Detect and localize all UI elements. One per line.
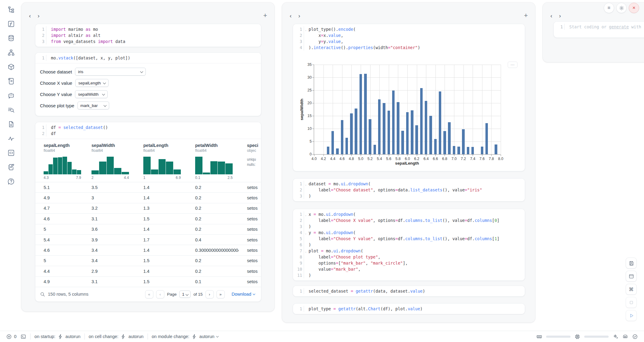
table-row: 4.63.41.40.30000000000000004setos bbox=[35, 245, 261, 255]
page-select[interactable]: 1 bbox=[179, 290, 191, 298]
column-scroll-left-button[interactable]: ‹ bbox=[549, 13, 553, 19]
cell-selected-dataset: 1selected_dataset = getattr(data, datase… bbox=[293, 286, 525, 297]
scratchpad-icon[interactable] bbox=[6, 162, 16, 172]
table-cell: 1.3 bbox=[135, 206, 187, 211]
x-tick-label: 4.8 bbox=[349, 157, 354, 161]
table-cell: 0.2 bbox=[187, 227, 239, 232]
logs-scroll-icon[interactable] bbox=[6, 76, 16, 86]
chart-bar bbox=[420, 88, 423, 154]
chart-bar bbox=[401, 131, 404, 154]
x-tick-label: 4.6 bbox=[339, 157, 345, 161]
save-icon[interactable] bbox=[626, 258, 637, 269]
chat-bot-icon[interactable] bbox=[6, 90, 16, 101]
terminal-icon[interactable] bbox=[20, 334, 26, 340]
dataset-dropdown[interactable]: iris bbox=[75, 68, 146, 76]
first-page-button[interactable]: « bbox=[145, 290, 153, 298]
search-icon[interactable] bbox=[40, 292, 45, 297]
chart-bar bbox=[331, 131, 334, 154]
y-tick-label: 30 bbox=[301, 75, 312, 80]
table-row: 5.13.51.40.2setos bbox=[35, 182, 261, 192]
control-row: Choose plot typemark_bar bbox=[40, 102, 261, 109]
y-tick-label: 20 bbox=[301, 101, 312, 105]
code-editor[interactable]: 1⌄plot_type().encode(2 x=x.value,3 y=y.v… bbox=[293, 24, 525, 53]
settings-gear-icon[interactable] bbox=[616, 3, 627, 13]
table-cell: 3.4 bbox=[83, 258, 135, 263]
vstack-output: Choose datasetirisChoose X valuesepalLen… bbox=[35, 63, 261, 116]
code-editor[interactable]: 1⌄dataset = mo.ui.dropdown(2 label="Choo… bbox=[293, 179, 525, 201]
generate-link[interactable]: generate bbox=[609, 24, 629, 29]
on-module-change-autorun[interactable]: on module change: autorun bbox=[152, 334, 219, 340]
chart-bar bbox=[448, 122, 451, 154]
interrupt-icon[interactable] bbox=[626, 297, 637, 308]
run-all-icon[interactable] bbox=[626, 310, 637, 321]
chart-bar bbox=[429, 116, 432, 154]
cell-empty-editor: 1 Start coding or generate with bbox=[553, 21, 644, 38]
file-tree-icon[interactable] bbox=[6, 4, 16, 15]
x-axis-title: sepalLength bbox=[314, 161, 500, 166]
snippets-code-icon[interactable] bbox=[6, 148, 16, 158]
code-editor[interactable]: 1import marimo as mo2import altair as al… bbox=[35, 24, 261, 47]
table-cell: 4.6 bbox=[35, 216, 83, 221]
table-row: 5.43.91.70.4setos bbox=[35, 234, 261, 245]
database-icon[interactable] bbox=[6, 33, 16, 43]
code-editor[interactable]: 1df = selected_dataset()2df bbox=[35, 122, 261, 139]
sidebar bbox=[0, 4, 22, 187]
code-editor[interactable]: 1⌄x = mo.ui.dropdown(2 label="Choose X v… bbox=[293, 209, 525, 280]
x-tick-label: 6.4 bbox=[424, 157, 429, 161]
y-tick-label: 35 bbox=[301, 62, 312, 67]
add-cell-button[interactable]: + bbox=[523, 12, 528, 19]
table-row: 53.41.50.2setos bbox=[35, 255, 261, 266]
table-cell: 3.1 bbox=[83, 216, 135, 221]
table-cell: 3.1 bbox=[83, 279, 135, 284]
column-scroll-right-button[interactable]: › bbox=[558, 13, 562, 19]
add-cell-button[interactable]: + bbox=[263, 12, 268, 19]
menu-icon[interactable]: ≡ bbox=[604, 3, 614, 13]
copilot-icon[interactable] bbox=[622, 334, 628, 340]
column-scroll-left-button[interactable]: ‹ bbox=[288, 13, 293, 19]
prev-page-button[interactable]: ‹ bbox=[156, 290, 164, 298]
x-tick-label: 4.4 bbox=[330, 157, 335, 161]
download-button[interactable]: Download bbox=[230, 291, 257, 297]
chart-bar bbox=[378, 99, 381, 154]
keyboard-shortcuts-icon[interactable]: ⌘ bbox=[626, 284, 637, 295]
table-cell: 1.5 bbox=[135, 216, 187, 221]
on-startup-autorun[interactable]: on startup: autorun bbox=[34, 334, 80, 340]
tracing-pulse-icon[interactable] bbox=[6, 133, 16, 144]
chart-bar bbox=[360, 74, 362, 154]
altair-bar-chart[interactable]: sepalWidth 4.04.24.44.64.85.05.25.45.65.… bbox=[293, 54, 525, 171]
documentation-icon[interactable] bbox=[6, 119, 16, 129]
ai-sparkle-icon[interactable] bbox=[613, 334, 618, 340]
chart-options-button[interactable]: ⋯ bbox=[508, 62, 517, 68]
errors-badge[interactable]: 0 bbox=[6, 334, 16, 340]
plot-type-dropdown[interactable]: mark_bar bbox=[77, 102, 109, 109]
line-number: 1 bbox=[554, 24, 565, 30]
on-cell-change-autorun[interactable]: on cell change: autorun bbox=[89, 334, 144, 340]
x-value-dropdown[interactable]: sepalLength bbox=[75, 79, 109, 87]
table-cell: 3.4 bbox=[83, 248, 135, 253]
y-value-dropdown[interactable]: sepalWidth bbox=[75, 90, 108, 98]
plot-type-dropdown-label: Choose plot type bbox=[40, 103, 74, 108]
control-row: Choose datasetiris bbox=[40, 68, 261, 76]
search-list-icon[interactable] bbox=[6, 105, 16, 115]
code-editor[interactable]: 1selected_dataset = getattr(data, datase… bbox=[293, 286, 525, 296]
code-editor[interactable]: 1mo.vstack([dataset, x, y, plot]) bbox=[35, 53, 261, 63]
package-icon[interactable] bbox=[6, 62, 16, 72]
help-icon[interactable] bbox=[6, 176, 16, 187]
y-tick-label: 25 bbox=[301, 88, 312, 92]
table-cell: setos bbox=[239, 237, 261, 242]
chart-plot-area[interactable]: 4.04.24.44.64.85.05.25.45.65.86.06.26.46… bbox=[314, 65, 501, 155]
function-square-icon[interactable] bbox=[6, 19, 16, 29]
dependency-graph-icon[interactable] bbox=[6, 47, 16, 58]
next-page-button[interactable]: › bbox=[206, 290, 214, 298]
chart-bar bbox=[411, 110, 413, 154]
column-scroll-left-button[interactable]: ‹ bbox=[28, 13, 32, 19]
code-editor[interactable]: 1 Start coding or generate with bbox=[554, 22, 644, 32]
code-editor[interactable]: 1plot_type = getattr(alt.Chart(df), plot… bbox=[293, 304, 525, 314]
table-body: 5.13.51.40.2setos4.931.40.2setos4.73.21.… bbox=[35, 182, 261, 287]
column-scroll-right-button[interactable]: › bbox=[36, 13, 41, 19]
column-scroll-right-button[interactable]: › bbox=[297, 13, 301, 19]
layout-icon[interactable] bbox=[626, 271, 637, 282]
last-page-button[interactable]: » bbox=[216, 290, 225, 298]
connection-check-icon[interactable] bbox=[632, 334, 638, 340]
close-icon[interactable]: × bbox=[629, 3, 639, 13]
